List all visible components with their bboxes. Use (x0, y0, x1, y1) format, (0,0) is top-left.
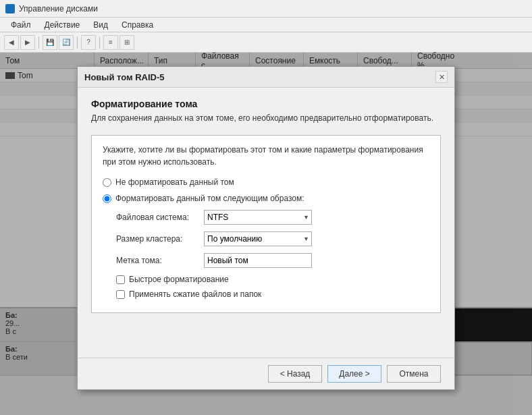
back-button[interactable]: < Назад (268, 365, 322, 383)
dialog-inner-desc: Укажите, хотите ли вы форматировать этот… (103, 144, 429, 168)
radio-no-format-input[interactable] (103, 178, 111, 187)
radio-no-format[interactable]: Не форматировать данный том (103, 177, 429, 187)
dialog-title-bar: Новый том RAID-5 ✕ (78, 67, 454, 88)
toolbar-extra-btn[interactable]: ≡ (103, 35, 118, 50)
dialog-section-title: Форматирование тома (91, 99, 441, 109)
menu-bar: Файл Действие Вид Справка (0, 18, 532, 32)
checkbox-compress-input[interactable] (116, 290, 125, 299)
radio-no-format-label: Не форматировать данный том (115, 177, 234, 187)
dialog-close-button[interactable]: ✕ (435, 71, 448, 83)
toolbar-sep-1 (38, 36, 39, 49)
window-title: Управление дисками (19, 4, 98, 13)
toolbar-help-btn[interactable]: ? (81, 35, 96, 50)
fs-field: Файловая система: NTFS (116, 210, 429, 225)
checkbox-quick-input[interactable] (116, 275, 125, 284)
toolbar-sep-3 (99, 36, 100, 49)
toolbar-refresh-btn[interactable]: 🔄 (59, 35, 74, 50)
menu-help[interactable]: Справка (116, 19, 159, 31)
checkbox-quick[interactable]: Быстрое форматирование (116, 275, 429, 284)
fs-select-wrapper: NTFS (204, 210, 312, 225)
menu-file[interactable]: Файл (5, 19, 36, 31)
toolbar-sep-2 (77, 36, 78, 49)
radio-yes-format-label: Форматировать данный том следующим образ… (115, 194, 304, 203)
toolbar-disk-btn[interactable]: 💾 (43, 35, 57, 50)
menu-action[interactable]: Действие (39, 19, 86, 31)
dialog-title: Новый том RAID-5 (84, 72, 165, 82)
cluster-select-wrapper: По умолчанию (204, 231, 312, 246)
main-area: Том Располож... Тип Файловая с... Состоя… (0, 53, 532, 415)
radio-yes-format[interactable]: Форматировать данный том следующим образ… (103, 194, 429, 203)
fs-select[interactable]: NTFS (204, 210, 312, 225)
dialog-section-desc: Для сохранения данных на этом томе, его … (91, 112, 441, 124)
toolbar-forward-btn[interactable]: ▶ (20, 35, 35, 50)
cluster-label: Размер кластера: (116, 234, 204, 244)
app-icon (5, 4, 15, 13)
fs-label: Файловая система: (116, 213, 204, 222)
toolbar: ◀ ▶ 💾 🔄 ? ≡ ⊞ (0, 32, 532, 53)
dialog-overlay: Новый том RAID-5 ✕ Форматирование тома Д… (0, 53, 532, 415)
dialog-inner-box: Укажите, хотите ли вы форматировать этот… (91, 135, 441, 313)
toolbar-props-btn[interactable]: ⊞ (119, 35, 134, 50)
dialog-body: Форматирование тома Для сохранения данны… (78, 88, 454, 358)
checkbox-compress-label: Применять сжатие файлов и папок (129, 289, 261, 299)
cluster-field: Размер кластера: По умолчанию (116, 231, 429, 246)
cluster-select[interactable]: По умолчанию (204, 231, 312, 246)
menu-view[interactable]: Вид (88, 19, 113, 31)
radio-yes-format-input[interactable] (103, 194, 111, 203)
toolbar-back-btn[interactable]: ◀ (4, 35, 19, 50)
title-bar: Управление дисками (0, 0, 532, 18)
cancel-button[interactable]: Отмена (387, 365, 441, 383)
label-input[interactable] (204, 253, 312, 268)
label-label: Метка тома: (116, 256, 204, 265)
dialog-footer: < Назад Далее > Отмена (78, 358, 454, 389)
label-field: Метка тома: (116, 253, 429, 268)
next-button[interactable]: Далее > (327, 365, 381, 383)
checkbox-compress[interactable]: Применять сжатие файлов и папок (116, 289, 429, 299)
dialog: Новый том RAID-5 ✕ Форматирование тома Д… (77, 66, 455, 390)
checkbox-quick-label: Быстрое форматирование (129, 275, 229, 284)
